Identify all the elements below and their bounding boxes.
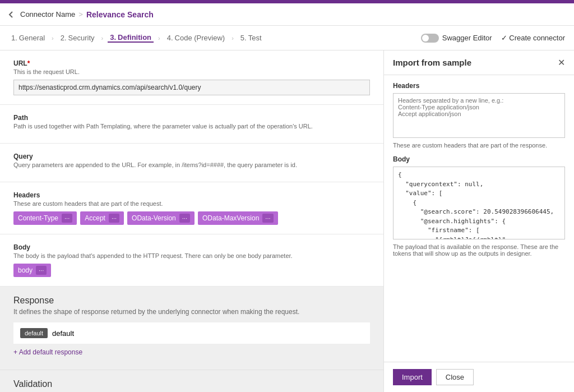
headers-hint: These are custom headers that are part o… <box>393 142 565 149</box>
connector-name-label: Connector Name <box>20 10 75 19</box>
create-connector-label: ✓ Create connector <box>501 34 565 42</box>
path-label: Path <box>13 114 370 122</box>
back-button[interactable] <box>7 10 16 19</box>
headers-desc: These are custom headers that are part o… <box>13 200 370 207</box>
tag-dots[interactable]: ··· <box>262 214 273 223</box>
swagger-label: Swagger Editor <box>442 34 492 42</box>
body-textarea[interactable]: { "<span class="code-string">querycontex… <box>393 167 565 239</box>
tag-label: OData-MaxVersion <box>202 214 259 222</box>
body-section: Body The body is the payload that's appe… <box>0 234 383 287</box>
body-tag-row: body ··· <box>13 264 370 277</box>
url-desc: This is the request URL. <box>13 68 370 75</box>
default-label: default <box>52 329 74 338</box>
body-desc: The body is the payload that's appended … <box>13 252 370 259</box>
headers-section: Headers These are custom headers that ar… <box>0 182 383 234</box>
url-label: URL* <box>13 59 370 67</box>
response-items: default default <box>13 322 370 344</box>
step-general[interactable]: 1. General <box>9 34 47 42</box>
body-section-label: Body <box>393 155 565 163</box>
chevron-4: › <box>232 35 234 41</box>
body-hint: The payload that is available on the res… <box>393 243 565 257</box>
tag-odata-maxversion[interactable]: OData-MaxVersion ··· <box>198 211 278 225</box>
side-panel-body: Headers These are custom headers that ar… <box>384 75 574 362</box>
tag-accept[interactable]: Accept ··· <box>80 211 124 225</box>
nav-separator: > <box>78 10 83 19</box>
swagger-toggle-switch[interactable] <box>421 34 439 43</box>
tag-body[interactable]: body ··· <box>13 264 51 277</box>
response-desc: It defines the shape of response returne… <box>13 308 370 316</box>
nav-bar: Connector Name > Relevance Search <box>0 3 574 26</box>
tag-dots[interactable]: ··· <box>36 266 47 275</box>
create-connector-button[interactable]: ✓ Create connector <box>501 34 565 42</box>
step-test[interactable]: 5. Test <box>238 34 264 42</box>
tag-label: OData-Version <box>132 214 176 222</box>
chevron-2: › <box>101 35 104 41</box>
response-title: Response <box>13 296 370 306</box>
url-section: URL* This is the request URL. <box>0 50 383 105</box>
close-button[interactable]: Close <box>436 369 474 385</box>
chevron-3: › <box>158 35 160 41</box>
add-response-label: + Add default response <box>13 348 82 356</box>
tag-content-type[interactable]: Content-Type ··· <box>13 211 77 225</box>
close-icon[interactable]: ✕ <box>558 57 565 68</box>
tag-dots[interactable]: ··· <box>62 214 72 223</box>
headers-section-label: Headers <box>393 82 565 90</box>
body-group: Body { "<span class="code-string">queryc… <box>393 155 565 257</box>
default-badge: default <box>20 328 48 338</box>
path-desc: Path is used together with Path Templati… <box>13 123 370 130</box>
chevron-1: › <box>52 35 54 41</box>
query-label: Query <box>13 153 370 160</box>
headers-group: Headers These are custom headers that ar… <box>393 82 565 149</box>
response-section: Response It defines the shape of respons… <box>0 287 383 370</box>
step-bar: 1. General › 2. Security › 3. Definition… <box>0 26 574 50</box>
validation-title: Validation <box>13 379 370 389</box>
nav-title: Relevance Search <box>86 10 154 19</box>
tag-label: Accept <box>85 214 105 222</box>
side-panel-footer: Import Close <box>384 362 574 392</box>
tag-label: body <box>18 266 33 274</box>
path-section: Path Path is used together with Path Tem… <box>0 105 383 144</box>
side-panel-header: Import from sample ✕ <box>384 50 574 75</box>
url-input[interactable] <box>13 80 370 95</box>
body-label: Body <box>13 243 370 251</box>
step-security[interactable]: 2. Security <box>58 34 97 42</box>
content-area: URL* This is the request URL. Path Path … <box>0 50 383 392</box>
headers-textarea[interactable] <box>393 93 565 138</box>
side-panel: Import from sample ✕ Headers These are c… <box>383 50 574 392</box>
add-response-button[interactable]: + Add default response <box>13 344 370 361</box>
query-desc: Query parameters are appended to the URL… <box>13 162 370 168</box>
step-code[interactable]: 4. Code (Preview) <box>165 34 227 42</box>
tag-label: Content-Type <box>18 214 58 222</box>
main-layout: URL* This is the request URL. Path Path … <box>0 50 574 392</box>
side-panel-title: Import from sample <box>393 58 471 67</box>
headers-tag-row: Content-Type ··· Accept ··· OData-Versio… <box>13 211 370 225</box>
import-button[interactable]: Import <box>393 369 432 385</box>
step-definition[interactable]: 3. Definition <box>108 33 154 43</box>
tag-odata-version[interactable]: OData-Version ··· <box>127 211 195 225</box>
headers-label: Headers <box>13 191 370 199</box>
swagger-toggle[interactable]: Swagger Editor <box>421 34 492 43</box>
query-section: Query Query parameters are appended to t… <box>0 144 383 182</box>
validation-section: Validation This helps you identify poten… <box>0 370 383 392</box>
tag-dots[interactable]: ··· <box>109 214 119 223</box>
tag-dots[interactable]: ··· <box>179 214 190 223</box>
